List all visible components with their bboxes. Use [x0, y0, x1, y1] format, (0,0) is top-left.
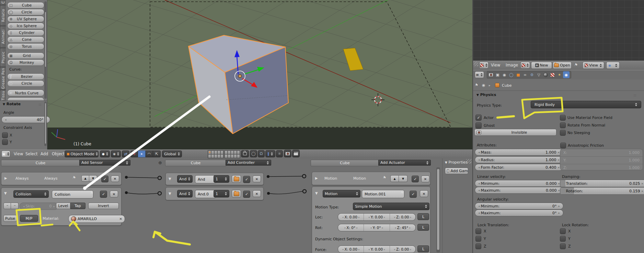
snap-target-button[interactable]: ⌗ [276, 150, 283, 157]
manipulator-active-button[interactable]: ➤ [138, 150, 146, 157]
manipulator-scale-button[interactable]: ⇱ [153, 150, 161, 157]
shading-dropdown[interactable]: ● [100, 150, 110, 157]
controller-enabled-checkbox[interactable] [243, 176, 250, 183]
collapse-icon[interactable]: ▼ [4, 191, 7, 195]
operator-panel-scrollbar[interactable] [44, 101, 47, 146]
collapse-icon[interactable]: ▶ [4, 176, 7, 180]
actuator-motion001-brick[interactable]: ▼ Motion Motion.001 ⚑ ✕ Motion Type: Sim… [312, 186, 430, 253]
tap-button[interactable]: Tap [70, 203, 85, 209]
form-factor-slider[interactable]: Form Factor:0.400 [475, 164, 563, 171]
rotate-panel-title[interactable]: ▼ Rotate [3, 102, 21, 107]
snap-element-dropdown[interactable]: ‖ [265, 150, 275, 157]
add-game-property-button[interactable]: +Add Gam [445, 168, 468, 174]
delete-actuator-button[interactable]: ✕ [421, 176, 429, 182]
manipulator-translate-button[interactable]: ✛ [130, 150, 138, 157]
tab-physics-icon[interactable]: ◉ [563, 71, 570, 78]
collapse-icon[interactable]: ▼ [315, 191, 318, 195]
physics-type-dropdown[interactable]: Rigid Body [531, 101, 641, 108]
actuators-owner-button[interactable]: Cube [311, 160, 379, 166]
display-channels-button[interactable]: ◉ [606, 62, 620, 69]
motion-type-dropdown[interactable]: Simple Motion [353, 203, 429, 210]
tab-render-layers-icon[interactable]: ▣ [494, 71, 501, 78]
add-curve-circle-button[interactable]: ◌Circle [7, 80, 44, 87]
sensor-type-dropdown[interactable]: Collision [13, 190, 49, 198]
no-sleeping-checkbox[interactable] [560, 130, 566, 136]
loc-local-button[interactable]: L [417, 213, 429, 220]
breadcrumb-object[interactable]: Cube [502, 83, 511, 88]
move-up-button[interactable]: ▲ [390, 175, 399, 182]
actuator-name-field[interactable]: Motion.001 [362, 190, 404, 198]
add-cube-button[interactable]: □Cube [7, 2, 44, 9]
image-editor-viewport[interactable] [473, 0, 644, 61]
delete-actuator-button[interactable]: ✕ [420, 190, 428, 197]
sensor-always-brick[interactable]: ▶ Always Always ⚑ ▲ ▼ ✕ [1, 172, 122, 185]
linvel-max-slider[interactable]: Maximum:0.000 [475, 187, 563, 194]
pulse-true-button[interactable]: ··· [3, 203, 11, 209]
actuator-enabled-checkbox[interactable] [412, 176, 419, 182]
sensor-enabled-checkbox[interactable] [101, 176, 108, 182]
pin-icon[interactable]: ⚑ [72, 175, 77, 181]
tab-texture-icon[interactable] [549, 71, 556, 78]
pivot-dropdown[interactable]: ◉ [111, 150, 121, 157]
skip-slider[interactable]: Skip:0 [20, 203, 58, 210]
manipulator-toggle-button[interactable]: ⇄ [122, 150, 129, 157]
actuator-type-dropdown[interactable]: Motion [323, 190, 360, 197]
aniso-y-field[interactable]: Y:1.000 [560, 156, 643, 164]
actor-checkbox[interactable] [475, 115, 482, 121]
pulse-button[interactable]: Pulse [3, 215, 17, 222]
expand-all-icon[interactable]: ⊕ [158, 160, 162, 165]
proportional-edit-button[interactable]: ◯ [250, 150, 257, 157]
tab-tissue[interactable]: Tissu [0, 90, 6, 101]
delete-sensor-button[interactable]: ✕ [110, 191, 118, 197]
mass-slider[interactable]: Mass:1.000 [475, 149, 563, 156]
constraint-y-checkbox[interactable] [2, 139, 8, 145]
panel-grip-icon[interactable]: :::: [38, 103, 41, 107]
add-controller-dropdown[interactable]: Add Controller [226, 160, 271, 166]
actuator-enabled-checkbox[interactable] [410, 191, 417, 198]
rot-xyz-fields[interactable]: X: 0°Y: 0°Z: 45° [338, 224, 416, 231]
aniso-x-field[interactable]: X:1.000 [560, 149, 643, 156]
open-image-button[interactable]: Open [553, 62, 572, 69]
new-image-button[interactable]: +New [531, 62, 552, 69]
add-torus-button[interactable]: ◎Torus [7, 43, 44, 50]
move-down-button[interactable]: ▼ [399, 175, 407, 182]
add-grid-button[interactable]: ▦Grid [7, 52, 44, 59]
ghost-checkbox[interactable] [475, 122, 482, 129]
damping-rotation-slider[interactable]: Rotation:0.159 [560, 187, 644, 195]
editor-type-button[interactable]: ≡ [475, 71, 484, 78]
add-circle-button[interactable]: ◯Circle [7, 9, 44, 15]
mp-toggle-button[interactable]: M/P [20, 215, 38, 222]
add-cone-button[interactable]: △Cone [7, 36, 44, 43]
lock-rotation-z-checkbox[interactable] [560, 243, 566, 249]
tab-render-icon[interactable] [487, 71, 494, 78]
menu-view[interactable]: View [491, 63, 500, 68]
logic-scrollbar[interactable] [436, 167, 440, 252]
lock-rotation-x-checkbox[interactable] [560, 228, 566, 234]
clear-material-icon[interactable]: ✕ [119, 217, 122, 221]
use-material-force-field-checkbox[interactable] [560, 115, 566, 121]
mark-button[interactable] [232, 175, 241, 183]
linvel-min-slider[interactable]: Minimum:0.000 [475, 180, 563, 187]
lock-translation-y-checkbox[interactable] [475, 236, 481, 242]
delete-sensor-button[interactable]: ✕ [111, 176, 119, 182]
physics-panel-title[interactable]: ▼ Physics [476, 93, 496, 97]
menu-add[interactable]: Add [41, 152, 48, 156]
controllers-owner-button[interactable]: Cube [165, 160, 226, 166]
region-corner-grip[interactable] [474, 62, 478, 66]
controller-type-dropdown[interactable]: And [177, 175, 193, 183]
invisible-button[interactable]: Invisible [474, 129, 556, 136]
lock-translation-x-checkbox[interactable] [475, 228, 481, 234]
controller-and0-brick[interactable]: ▼ And And.0 1 ✕ [165, 187, 264, 200]
snap-button[interactable]: Ω [258, 150, 265, 157]
invert-button[interactable]: Invert [88, 203, 119, 209]
add-uv-sphere-button[interactable]: ⊕UV Sphere [7, 16, 44, 22]
collapse-icon[interactable]: ▼ [169, 177, 171, 181]
tab-create[interactable]: C [0, 0, 6, 5]
controller-and-brick[interactable]: ▼ And And 1 ✕ [165, 173, 264, 185]
rotate-from-normal-checkbox[interactable] [560, 122, 566, 128]
panel-grip-icon[interactable]: :::: [633, 93, 636, 98]
viewport-3d[interactable]: (1) Cube [47, 0, 472, 149]
controller-type-dropdown[interactable]: And [177, 190, 193, 197]
tab-relations[interactable]: Relatio [0, 5, 6, 26]
angle-slider[interactable]: 40° [1, 116, 50, 123]
